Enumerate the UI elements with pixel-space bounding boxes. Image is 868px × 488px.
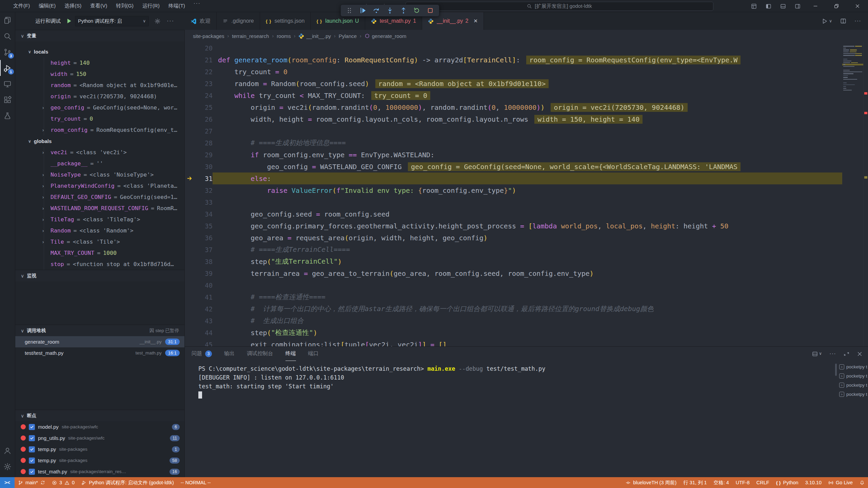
expand-chevron-icon[interactable]: › bbox=[42, 183, 51, 189]
status-vim-mode[interactable]: -- NORMAL -- bbox=[177, 477, 214, 488]
activity-settings-icon[interactable] bbox=[0, 459, 15, 474]
code-editor[interactable]: 2021def generate_room(room_config: RoomR… bbox=[185, 42, 868, 346]
activity-extensions-icon[interactable] bbox=[0, 92, 15, 108]
breakpoint-row[interactable]: model.pysite-packages\wfc6 bbox=[15, 421, 184, 432]
variable-row[interactable]: ›vec2i=<class 'vec2i'> bbox=[15, 147, 184, 158]
variable-row[interactable]: width=150 bbox=[15, 68, 184, 80]
status-eol[interactable]: CRLF bbox=[753, 477, 773, 488]
panel-tab-调试控制台[interactable]: 调试控制台 bbox=[247, 347, 273, 361]
status-language[interactable]: { }Python bbox=[773, 477, 802, 488]
variable-row[interactable]: height=140 bbox=[15, 57, 184, 68]
toggle-panel-icon[interactable] bbox=[776, 3, 790, 9]
breakpoint-checkbox[interactable] bbox=[29, 446, 35, 452]
watch-pane-header[interactable]: ∨ 监视 bbox=[15, 270, 184, 281]
breadcrumb-item[interactable]: site-packages bbox=[193, 33, 224, 39]
expand-chevron-icon[interactable]: › bbox=[42, 217, 51, 222]
breadcrumb-item[interactable]: generate_room bbox=[364, 33, 407, 39]
status-go-live[interactable]: Go Live bbox=[825, 477, 856, 488]
run-icon[interactable]: ∨ bbox=[822, 18, 832, 24]
expand-chevron-icon[interactable]: › bbox=[42, 206, 51, 211]
status-indentation[interactable]: 空格: 4 bbox=[710, 477, 732, 488]
breakpoints-pane-header[interactable]: ∨ 断点 bbox=[15, 410, 184, 421]
command-center-search[interactable]: [扩展开发宿主] godot-ldtk bbox=[406, 2, 713, 11]
expand-chevron-icon[interactable]: › bbox=[42, 150, 51, 155]
menu-item[interactable]: 运行(R) bbox=[138, 0, 164, 12]
menu-more-icon[interactable]: ··· bbox=[190, 0, 205, 12]
continue-icon[interactable] bbox=[358, 5, 368, 16]
expand-chevron-icon[interactable]: › bbox=[42, 239, 51, 245]
panel-tab-端口[interactable]: 端口 bbox=[308, 347, 319, 361]
terminal-instance[interactable]: >pocketpy te… bbox=[837, 362, 867, 371]
more-icon[interactable]: ··· bbox=[854, 18, 861, 24]
stop-icon[interactable] bbox=[425, 5, 435, 16]
start-debug-icon[interactable] bbox=[65, 18, 72, 24]
status-notifications[interactable] bbox=[856, 477, 868, 488]
variable-row[interactable]: ›Random=<class 'Random'> bbox=[15, 225, 184, 236]
panel-layout-icon[interactable]: ∨ bbox=[812, 351, 822, 357]
variable-row[interactable]: ›TileTag=<class 'TileTag'> bbox=[15, 214, 184, 225]
close-icon[interactable] bbox=[857, 351, 863, 357]
variable-row[interactable]: origin=vec2i(7205730, 9024468) bbox=[15, 91, 184, 102]
close-button[interactable] bbox=[847, 0, 868, 12]
step-into-icon[interactable] bbox=[385, 5, 395, 16]
variables-pane-header[interactable]: ∨ 变量 bbox=[15, 30, 184, 41]
variable-row[interactable]: MAX_TRY_COUNT=1000 bbox=[15, 247, 184, 259]
variable-scope-locals[interactable]: ∨locals bbox=[15, 46, 184, 57]
terminal-instance[interactable]: >pocketpy te… bbox=[837, 390, 867, 399]
restore-button[interactable] bbox=[826, 0, 847, 12]
tab--[interactable]: 欢迎 bbox=[185, 12, 217, 30]
expand-chevron-icon[interactable]: › bbox=[42, 127, 51, 133]
status-encoding[interactable]: UTF-8 bbox=[732, 477, 753, 488]
activity-account-icon[interactable] bbox=[0, 443, 15, 459]
step-out-icon[interactable] bbox=[398, 5, 409, 16]
activity-testing-icon[interactable] bbox=[0, 108, 15, 124]
activity-remote-explorer-icon[interactable] bbox=[0, 76, 15, 92]
debug-config-dropdown[interactable]: Python 调试程序: 启 ∨ bbox=[75, 16, 149, 26]
menu-item[interactable]: 编辑(E) bbox=[34, 0, 60, 12]
breakpoint-checkbox[interactable] bbox=[29, 458, 35, 464]
toggle-sidebar-icon[interactable] bbox=[761, 3, 776, 9]
menu-item[interactable]: 选择(S) bbox=[60, 0, 86, 12]
variable-row[interactable]: ›room_config=RoomRequestConfig(env_t… bbox=[15, 124, 184, 136]
variable-row[interactable]: ›Tile=<class 'Tile'> bbox=[15, 236, 184, 247]
customize-layout-icon[interactable] bbox=[747, 3, 761, 9]
more-actions-icon[interactable]: ··· bbox=[167, 18, 174, 24]
gear-icon[interactable] bbox=[154, 18, 161, 24]
breakpoint-checkbox[interactable] bbox=[29, 435, 35, 441]
minimap[interactable] bbox=[842, 42, 863, 346]
tab-settings-json[interactable]: { }settings.json bbox=[260, 12, 311, 30]
status-python-version[interactable]: 3.10.10 bbox=[802, 477, 825, 488]
minimize-button[interactable] bbox=[805, 0, 826, 12]
status-debug-config[interactable]: Python 调试程序: 启动文件 (godot-ldtk) bbox=[78, 477, 177, 488]
menu-item[interactable]: 查看(V) bbox=[86, 0, 112, 12]
drag-handle-icon[interactable] bbox=[344, 5, 355, 16]
callstack-frame[interactable]: test/test_math.pytest_math.py16:1 bbox=[15, 347, 184, 359]
close-icon[interactable]: ✕ bbox=[473, 18, 478, 24]
status-cursor-position[interactable]: 行 31, 列 1 bbox=[680, 477, 710, 488]
more-icon[interactable]: ··· bbox=[829, 350, 836, 357]
menu-item[interactable]: 终端(T) bbox=[164, 0, 190, 12]
status-problems[interactable]: 30 bbox=[48, 477, 78, 488]
status-branch[interactable]: main* bbox=[15, 477, 48, 488]
activity-explorer-icon[interactable] bbox=[0, 12, 15, 28]
menu-item[interactable]: 文件(F) bbox=[9, 0, 34, 12]
breakpoint-row[interactable]: png_utils.pysite-packages\wfc11 bbox=[15, 432, 184, 444]
panel-tab-终端[interactable]: 终端 bbox=[285, 347, 296, 361]
panel-tab-问题[interactable]: 问题3 bbox=[192, 347, 212, 361]
callstack-frame[interactable]: generate_room__init__.py31:1 bbox=[15, 336, 184, 347]
toggle-secondary-sidebar-icon[interactable] bbox=[790, 3, 805, 9]
menu-item[interactable]: 转到(G) bbox=[112, 0, 138, 12]
overview-ruler[interactable] bbox=[863, 42, 868, 346]
variable-row[interactable]: __package__='' bbox=[15, 158, 184, 169]
status-git-blame[interactable]: blueloveTH (3 周前) bbox=[622, 477, 680, 488]
terminal-instance[interactable]: >pocketpy te… bbox=[837, 371, 867, 381]
terminal-scrollbar[interactable] bbox=[835, 364, 837, 376]
breakpoint-row[interactable]: temp.pysite-packages1 bbox=[15, 444, 184, 455]
restart-icon[interactable] bbox=[412, 5, 422, 16]
activity-search-icon[interactable] bbox=[0, 28, 15, 44]
variable-row[interactable]: ›PlanetaryWindConfig=<class 'Planeta… bbox=[15, 180, 184, 191]
status-remote[interactable]: >< bbox=[0, 477, 15, 488]
tab--gdignore[interactable]: .gdignore bbox=[217, 12, 260, 30]
maximize-icon[interactable] bbox=[844, 351, 849, 357]
variable-row[interactable]: ›NoiseType=<class 'NoiseType'> bbox=[15, 169, 184, 180]
